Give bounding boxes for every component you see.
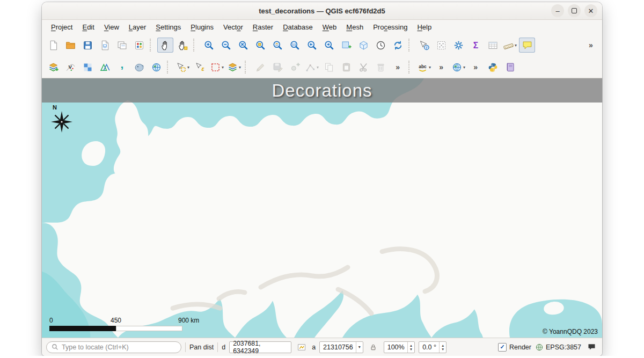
menu-project[interactable]: Project bbox=[46, 21, 77, 33]
select-by-value-button[interactable]: ▾ bbox=[226, 60, 242, 75]
toolbar-overflow-button[interactable]: » bbox=[583, 38, 599, 53]
pan-map-button[interactable] bbox=[157, 38, 173, 53]
toggle-editing-button[interactable] bbox=[252, 60, 268, 75]
abc-icon: abc bbox=[417, 62, 428, 73]
magnifier-spinbox[interactable]: 100% ▲▼ bbox=[384, 341, 415, 353]
close-button[interactable]: ✕ bbox=[584, 4, 597, 17]
svg-text:1:1: 1:1 bbox=[292, 43, 296, 46]
metasearch-button[interactable]: ▾ bbox=[450, 60, 466, 75]
zoom-last-button[interactable] bbox=[304, 38, 320, 53]
add-delimited-text-layer-button[interactable]: , bbox=[114, 60, 130, 75]
zoom-out-button[interactable] bbox=[218, 38, 234, 53]
maximize-button[interactable] bbox=[568, 4, 581, 17]
layoutMgr-icon bbox=[116, 40, 128, 51]
new-map-view-button[interactable] bbox=[338, 38, 354, 53]
zoom-to-layer-button[interactable] bbox=[269, 38, 286, 53]
scissors-icon bbox=[358, 62, 369, 73]
lock-icon bbox=[369, 343, 377, 352]
scalebar-label-0: 0 bbox=[49, 317, 53, 324]
menu-edit[interactable]: Edit bbox=[77, 21, 99, 33]
new-print-layout-button[interactable] bbox=[97, 38, 113, 53]
zoom-in-button[interactable] bbox=[201, 38, 217, 53]
spinner-arrows-icon[interactable]: ▲▼ bbox=[407, 342, 414, 353]
zoom-next-button[interactable] bbox=[321, 38, 337, 53]
help-contents-button[interactable] bbox=[502, 60, 518, 75]
open-project-button[interactable] bbox=[62, 38, 78, 53]
add-wms-layer-button[interactable] bbox=[148, 60, 164, 75]
rotation-value: 0.0 ° bbox=[422, 344, 436, 351]
menu-web[interactable]: Web bbox=[318, 21, 342, 33]
select-by-expression-button[interactable]: ε bbox=[192, 60, 208, 75]
render-checkbox[interactable]: ✓ Render bbox=[498, 343, 531, 352]
menu-raster[interactable]: Raster bbox=[248, 21, 278, 33]
menu-processing[interactable]: Processing bbox=[368, 21, 412, 33]
pan-to-selection-button[interactable] bbox=[174, 38, 191, 53]
add-feature-button[interactable] bbox=[287, 60, 303, 75]
zoomSel-icon bbox=[255, 40, 266, 51]
python-console-button[interactable] bbox=[485, 60, 501, 75]
zoom-full-extent-button[interactable] bbox=[235, 38, 251, 53]
processing-toolbox-button[interactable] bbox=[450, 38, 466, 53]
refresh-map-button[interactable] bbox=[390, 38, 406, 53]
zoom-native-resolution-button[interactable]: 1:1 bbox=[287, 38, 303, 53]
new-3d-map-view-button[interactable] bbox=[355, 38, 371, 53]
layer-labeling-button[interactable]: abc▾ bbox=[416, 60, 432, 75]
open-attribute-table-button[interactable] bbox=[485, 38, 501, 53]
save-layer-edits-button[interactable] bbox=[269, 60, 286, 75]
crs-indicator[interactable]: EPSG:3857 bbox=[535, 343, 581, 352]
dropdown-caret-icon: ▾ bbox=[463, 65, 465, 70]
clock-icon bbox=[375, 40, 386, 51]
show-layout-manager-button[interactable] bbox=[114, 38, 130, 53]
toolbar-separator bbox=[245, 61, 250, 74]
menu-mesh[interactable]: Mesh bbox=[341, 21, 368, 33]
scale-combobox[interactable]: 21310756 ▾ bbox=[319, 341, 363, 353]
deselect-features-button[interactable]: ▾ bbox=[209, 60, 225, 75]
data-source-manager-button[interactable] bbox=[45, 60, 61, 75]
toolbar-row-1: 1:1iΣ▾» bbox=[42, 34, 602, 56]
identify-icon: i bbox=[419, 40, 430, 51]
minimize-button[interactable]: – bbox=[551, 4, 564, 17]
copy-features-button[interactable] bbox=[321, 60, 337, 75]
paste-features-button[interactable] bbox=[338, 60, 354, 75]
select-features-by-value-button[interactable] bbox=[433, 38, 449, 53]
rotation-spinbox[interactable]: 0.0 ° ▲▼ bbox=[419, 341, 447, 353]
add-postgis-layers-button[interactable] bbox=[131, 60, 147, 75]
statistical-summary-button[interactable]: Σ bbox=[467, 38, 484, 53]
select-features-button[interactable]: ▾ bbox=[174, 60, 191, 75]
messages-button[interactable] bbox=[585, 341, 598, 354]
identify-features-button[interactable]: i bbox=[416, 38, 432, 53]
menu-settings[interactable]: Settings bbox=[151, 21, 186, 33]
toolbar-overflow-button[interactable]: » bbox=[433, 60, 449, 75]
menu-help[interactable]: Help bbox=[412, 21, 436, 33]
saveEdits-icon bbox=[272, 62, 283, 73]
menu-plugins[interactable]: Plugins bbox=[186, 21, 218, 33]
zoom-to-selection-button[interactable] bbox=[252, 38, 268, 53]
vertex-tool-button[interactable]: ▾ bbox=[304, 60, 320, 75]
new-project-button[interactable] bbox=[45, 38, 61, 53]
gridDots-icon bbox=[436, 40, 447, 51]
cut-features-button[interactable] bbox=[355, 60, 371, 75]
toolbar-overflow-button[interactable]: » bbox=[390, 60, 406, 75]
lock-scale-button[interactable] bbox=[367, 341, 380, 354]
locator-search-input[interactable]: Type to locate (Ctrl+K) bbox=[46, 341, 181, 353]
toolbar-overflow-button[interactable]: » bbox=[467, 60, 484, 75]
extents-toggle-button[interactable] bbox=[295, 341, 308, 354]
save-project-button[interactable] bbox=[79, 38, 96, 53]
style-manager-button[interactable] bbox=[131, 38, 147, 53]
map-tips-button[interactable] bbox=[519, 38, 535, 53]
delete-selected-button[interactable] bbox=[372, 60, 389, 75]
coordinate-input[interactable]: 2037681, 6342349 bbox=[229, 341, 291, 353]
add-mesh-layer-button[interactable] bbox=[97, 60, 113, 75]
menu-layer[interactable]: Layer bbox=[124, 21, 151, 33]
menu-database[interactable]: Database bbox=[278, 21, 318, 33]
add-vector-layer-button[interactable]: V bbox=[62, 60, 78, 75]
dropdown-caret-icon: ▾ bbox=[187, 65, 189, 70]
menu-view[interactable]: View bbox=[99, 21, 124, 33]
map-canvas[interactable]: Decorations N 0 450 900 km © YoannQD bbox=[42, 78, 602, 338]
spinner-arrows-icon[interactable]: ▲▼ bbox=[439, 342, 446, 353]
scalebar-label-900km: 900 km bbox=[178, 317, 199, 324]
add-raster-layer-button[interactable] bbox=[79, 60, 96, 75]
temporal-controller-button[interactable] bbox=[372, 38, 389, 53]
measure-line-button[interactable]: ▾ bbox=[502, 38, 518, 53]
menu-vector[interactable]: Vector bbox=[218, 21, 248, 33]
